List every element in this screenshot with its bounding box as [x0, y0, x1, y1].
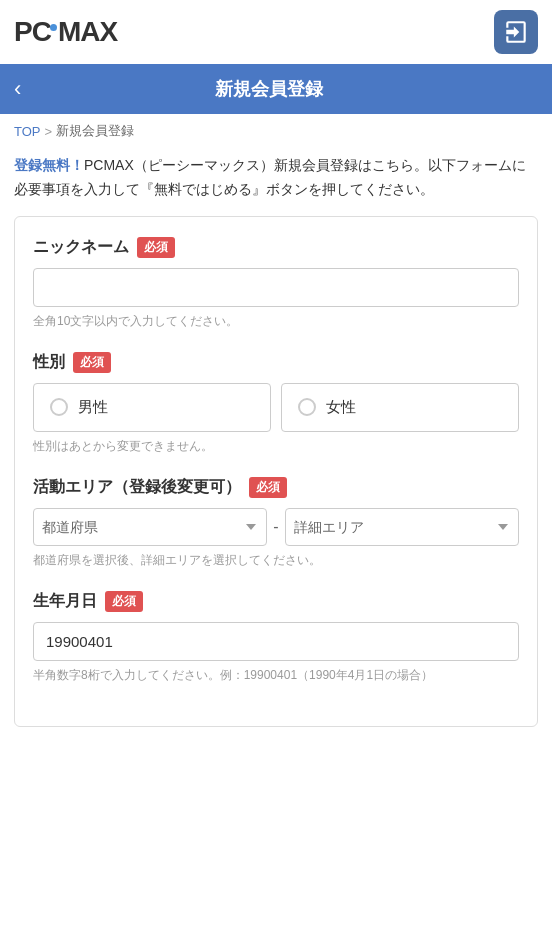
- gender-group: 性別 必須 男性 女性 性別はあとから変更できません。: [33, 352, 519, 455]
- logo: PCMAX: [14, 18, 117, 46]
- description-body: PCMAX（ピーシーマックス）新規会員登録はこちら。以下フォームに必要事項を入力…: [14, 157, 526, 197]
- area-group: 活動エリア（登録後変更可） 必須 都道府県 - 詳細エリア 都道府県を選択後、詳…: [33, 477, 519, 569]
- gender-required-badge: 必須: [73, 352, 111, 373]
- birthday-required-badge: 必須: [105, 591, 143, 612]
- login-icon-button[interactable]: [494, 10, 538, 54]
- gender-female-label: 女性: [326, 398, 356, 417]
- gender-male-radio-circle: [50, 398, 68, 416]
- nickname-required-badge: 必須: [137, 237, 175, 258]
- area-label: 活動エリア（登録後変更可）: [33, 477, 241, 498]
- area-required-badge: 必須: [249, 477, 287, 498]
- birthday-label-row: 生年月日 必須: [33, 591, 519, 612]
- gender-label-row: 性別 必須: [33, 352, 519, 373]
- prefecture-select[interactable]: 都道府県: [33, 508, 267, 546]
- gender-female-radio-circle: [298, 398, 316, 416]
- gender-label: 性別: [33, 352, 65, 373]
- form-card: ニックネーム 必須 全角10文字以内で入力してください。 性別 必須 男性 女性…: [14, 216, 538, 727]
- area-selects: 都道府県 - 詳細エリア: [33, 508, 519, 546]
- breadcrumb-top-link[interactable]: TOP: [14, 124, 41, 139]
- birthday-input[interactable]: [33, 622, 519, 661]
- gender-male-label: 男性: [78, 398, 108, 417]
- gender-radio-group: 男性 女性: [33, 383, 519, 432]
- gender-hint: 性別はあとから変更できません。: [33, 438, 519, 455]
- nickname-hint: 全角10文字以内で入力してください。: [33, 313, 519, 330]
- birthday-hint: 半角数字8桁で入力してください。例：19900401（1990年4月1日の場合）: [33, 667, 519, 684]
- description-highlight: 登録無料！: [14, 157, 84, 173]
- area-hint: 都道府県を選択後、詳細エリアを選択してください。: [33, 552, 519, 569]
- area-label-row: 活動エリア（登録後変更可） 必須: [33, 477, 519, 498]
- top-header: PCMAX: [0, 0, 552, 64]
- birthday-group: 生年月日 必須 半角数字8桁で入力してください。例：19900401（1990年…: [33, 591, 519, 684]
- nickname-group: ニックネーム 必須 全角10文字以内で入力してください。: [33, 237, 519, 330]
- gender-female-option[interactable]: 女性: [281, 383, 519, 432]
- breadcrumb-separator: >: [45, 124, 53, 139]
- nav-bar: ‹ 新規会員登録: [0, 64, 552, 114]
- breadcrumb-current: 新規会員登録: [56, 122, 134, 140]
- area-separator: -: [273, 518, 278, 536]
- description: 登録無料！PCMAX（ピーシーマックス）新規会員登録はこちら。以下フォームに必要…: [0, 148, 552, 216]
- detail-area-select[interactable]: 詳細エリア: [285, 508, 519, 546]
- birthday-label: 生年月日: [33, 591, 97, 612]
- nickname-input[interactable]: [33, 268, 519, 307]
- breadcrumb: TOP > 新規会員登録: [0, 114, 552, 148]
- back-button[interactable]: ‹: [14, 78, 21, 100]
- nav-title: 新規会員登録: [31, 77, 506, 101]
- gender-male-option[interactable]: 男性: [33, 383, 271, 432]
- nickname-label-row: ニックネーム 必須: [33, 237, 519, 258]
- nickname-label: ニックネーム: [33, 237, 129, 258]
